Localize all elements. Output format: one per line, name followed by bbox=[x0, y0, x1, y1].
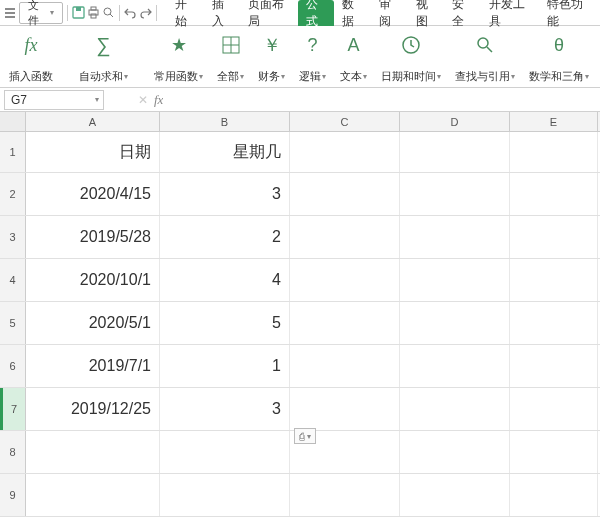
cell-C4[interactable] bbox=[290, 259, 400, 301]
cell-E5[interactable] bbox=[510, 302, 598, 344]
cell-D4[interactable] bbox=[400, 259, 510, 301]
cell-A1[interactable]: 日期 bbox=[26, 132, 160, 172]
tab-插入[interactable]: 插入 bbox=[204, 0, 241, 26]
theta-icon: θ bbox=[546, 32, 572, 58]
tab-特色功能[interactable]: 特色功能 bbox=[539, 0, 596, 26]
tab-视图[interactable]: 视图 bbox=[408, 0, 445, 26]
cell-B5[interactable]: 5 bbox=[160, 302, 290, 344]
tab-页面布局[interactable]: 页面布局 bbox=[240, 0, 297, 26]
cell-C6[interactable] bbox=[290, 345, 400, 387]
row-header-4[interactable]: 4 bbox=[0, 259, 26, 301]
ribbon-label: 文本▾ bbox=[340, 69, 367, 84]
cell-E9[interactable] bbox=[510, 474, 598, 516]
row-header-7[interactable]: 7 bbox=[0, 388, 26, 430]
col-header-B[interactable]: B bbox=[160, 112, 290, 131]
cell-E8[interactable] bbox=[510, 431, 598, 473]
row-header-8[interactable]: 8 bbox=[0, 431, 26, 473]
ribbon-逻辑[interactable]: ?逻辑▾ bbox=[296, 30, 329, 84]
col-header-C[interactable]: C bbox=[290, 112, 400, 131]
row-header-6[interactable]: 6 bbox=[0, 345, 26, 387]
cell-E1[interactable] bbox=[510, 132, 598, 172]
ribbon-数学和三角[interactable]: θ数学和三角▾ bbox=[526, 30, 592, 84]
tab-开发工具[interactable]: 开发工具 bbox=[481, 0, 538, 26]
cell-B2[interactable]: 3 bbox=[160, 173, 290, 215]
redo-icon[interactable] bbox=[139, 6, 152, 20]
row-header-3[interactable]: 3 bbox=[0, 216, 26, 258]
cell-E4[interactable] bbox=[510, 259, 598, 301]
ribbon-全部[interactable]: 全部▾ bbox=[214, 30, 247, 84]
ribbon-自动求和[interactable]: ∑自动求和▾ bbox=[76, 30, 131, 84]
file-menu[interactable]: 文件 ▾ bbox=[19, 2, 63, 24]
ribbon-label: 数学和三角▾ bbox=[529, 69, 589, 84]
cell-D1[interactable] bbox=[400, 132, 510, 172]
cell-D3[interactable] bbox=[400, 216, 510, 258]
cell-B4[interactable]: 4 bbox=[160, 259, 290, 301]
cell-D8[interactable] bbox=[400, 431, 510, 473]
tab-公式[interactable]: 公式 bbox=[298, 0, 335, 26]
cell-D5[interactable] bbox=[400, 302, 510, 344]
cell-E6[interactable] bbox=[510, 345, 598, 387]
col-header-A[interactable]: A bbox=[26, 112, 160, 131]
ribbon-日期和时间[interactable]: 日期和时间▾ bbox=[378, 30, 444, 84]
formula-input[interactable] bbox=[163, 90, 600, 110]
ribbon-常用函数[interactable]: ★常用函数▾ bbox=[151, 30, 206, 84]
tab-数据[interactable]: 数据 bbox=[334, 0, 371, 26]
cell-E7[interactable] bbox=[510, 388, 598, 430]
paste-options-tag[interactable]: ⎙ ▾ bbox=[294, 428, 316, 444]
tab-开始[interactable]: 开始 bbox=[167, 0, 204, 26]
grid-icon bbox=[218, 32, 244, 58]
ribbon-文本[interactable]: A文本▾ bbox=[337, 30, 370, 84]
ribbon-财务[interactable]: ￥财务▾ bbox=[255, 30, 288, 84]
cell-A9[interactable] bbox=[26, 474, 160, 516]
chevron-down-icon: ▾ bbox=[585, 72, 589, 81]
cell-E2[interactable] bbox=[510, 173, 598, 215]
cell-A8[interactable] bbox=[26, 431, 160, 473]
ribbon-插入函数[interactable]: fx插入函数 bbox=[6, 30, 56, 84]
row-header-1[interactable]: 1 bbox=[0, 132, 26, 172]
cell-D9[interactable] bbox=[400, 474, 510, 516]
undo-icon[interactable] bbox=[124, 6, 137, 20]
cell-B1[interactable]: 星期几 bbox=[160, 132, 290, 172]
row-header-9[interactable]: 9 bbox=[0, 474, 26, 516]
select-all-corner[interactable] bbox=[0, 112, 26, 131]
row-header-5[interactable]: 5 bbox=[0, 302, 26, 344]
name-box[interactable]: G7 ▾ bbox=[4, 90, 104, 110]
tab-审阅[interactable]: 审阅 bbox=[371, 0, 408, 26]
cell-B6[interactable]: 1 bbox=[160, 345, 290, 387]
cell-A7[interactable]: 2019/12/25 bbox=[26, 388, 160, 430]
cell-B9[interactable] bbox=[160, 474, 290, 516]
chevron-down-icon: ▾ bbox=[281, 72, 285, 81]
cell-C1[interactable] bbox=[290, 132, 400, 172]
cell-A2[interactable]: 2020/4/15 bbox=[26, 173, 160, 215]
cell-A3[interactable]: 2019/5/28 bbox=[26, 216, 160, 258]
sigma-icon: ∑ bbox=[91, 32, 117, 58]
cell-A4[interactable]: 2020/10/1 bbox=[26, 259, 160, 301]
print-icon[interactable] bbox=[87, 6, 100, 20]
col-header-E[interactable]: E bbox=[510, 112, 598, 131]
fx-icon[interactable]: fx bbox=[154, 92, 163, 108]
cell-C3[interactable] bbox=[290, 216, 400, 258]
cell-B8[interactable] bbox=[160, 431, 290, 473]
cell-D6[interactable] bbox=[400, 345, 510, 387]
fx-icon: fx bbox=[18, 32, 44, 58]
row-header-2[interactable]: 2 bbox=[0, 173, 26, 215]
cell-A5[interactable]: 2020/5/1 bbox=[26, 302, 160, 344]
ribbon-查找与引用[interactable]: 查找与引用▾ bbox=[452, 30, 518, 84]
col-header-D[interactable]: D bbox=[400, 112, 510, 131]
cell-C2[interactable] bbox=[290, 173, 400, 215]
cell-B7[interactable]: 3 bbox=[160, 388, 290, 430]
cell-D7[interactable] bbox=[400, 388, 510, 430]
cell-E3[interactable] bbox=[510, 216, 598, 258]
cell-D2[interactable] bbox=[400, 173, 510, 215]
cancel-icon[interactable]: ✕ bbox=[138, 93, 148, 107]
cell-C7[interactable] bbox=[290, 388, 400, 430]
cell-C9[interactable] bbox=[290, 474, 400, 516]
hamburger-icon[interactable] bbox=[4, 6, 17, 20]
ribbon-label: 财务▾ bbox=[258, 69, 285, 84]
cell-B3[interactable]: 2 bbox=[160, 216, 290, 258]
preview-icon[interactable] bbox=[102, 6, 115, 20]
tab-安全[interactable]: 安全 bbox=[444, 0, 481, 26]
save-icon[interactable] bbox=[72, 6, 85, 20]
cell-A6[interactable]: 2019/7/1 bbox=[26, 345, 160, 387]
cell-C5[interactable] bbox=[290, 302, 400, 344]
